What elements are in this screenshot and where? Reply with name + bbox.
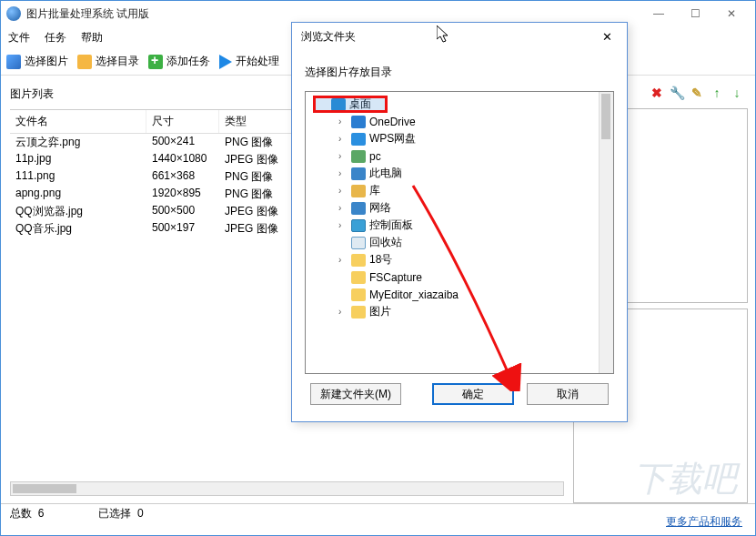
net-icon	[351, 202, 366, 215]
col-size[interactable]: 尺寸	[146, 110, 219, 133]
user-icon	[351, 150, 366, 163]
wps-icon	[351, 133, 366, 146]
col-name[interactable]: 文件名	[10, 110, 146, 133]
cancel-button[interactable]: 取消	[527, 383, 609, 405]
tree-item[interactable]: ›控制面板	[306, 217, 613, 234]
delete-icon[interactable]: ✖	[650, 86, 664, 100]
dialog-title: 浏览文件夹	[301, 29, 596, 45]
tree-item[interactable]: ›网络	[306, 199, 613, 217]
tree-item[interactable]: ›图片	[306, 303, 613, 320]
dialog-titlebar: 浏览文件夹 ✕	[292, 23, 627, 50]
fold-icon	[351, 271, 366, 284]
tree-item[interactable]: 桌面	[306, 96, 613, 113]
tree-item[interactable]: 回收站	[306, 234, 613, 251]
scroll-thumb[interactable]	[13, 484, 76, 493]
pc-icon	[351, 167, 366, 180]
tree-item[interactable]: FSCapture	[306, 268, 613, 286]
h-scrollbar[interactable]	[10, 481, 564, 496]
arrow-down-icon[interactable]: ↓	[730, 86, 744, 100]
close-button[interactable]: ✕	[713, 1, 750, 26]
arrow-up-icon[interactable]: ↑	[710, 86, 724, 100]
tree-scrollbar[interactable]	[599, 92, 613, 373]
menu-task[interactable]: 任务	[45, 30, 66, 46]
statusbar: 总数 6 已选择 0	[1, 503, 755, 523]
dialog-label: 选择图片存放目录	[305, 65, 614, 80]
tool-select-dir[interactable]: 选择目录	[77, 54, 139, 69]
maximize-button[interactable]: ☐	[677, 1, 713, 26]
footer-link[interactable]: 更多产品和服务	[666, 514, 742, 530]
tool-add-task[interactable]: 添加任务	[148, 54, 210, 69]
cloud-icon	[351, 116, 366, 128]
recycle-icon	[351, 237, 366, 249]
col-type[interactable]: 类型	[219, 110, 292, 133]
tool-start[interactable]: 开始处理	[219, 54, 279, 69]
image-icon	[6, 55, 21, 69]
wrench-icon[interactable]: 🔧	[670, 86, 684, 100]
minimize-button[interactable]: —	[640, 1, 677, 26]
menu-help[interactable]: 帮助	[81, 30, 103, 46]
fold-icon	[351, 288, 366, 301]
tree-item[interactable]: ›18号	[306, 251, 613, 268]
tree-item[interactable]: MyEditor_xiazaiba	[306, 286, 613, 303]
tree-item[interactable]: ›pc	[306, 147, 613, 165]
folder-tree[interactable]: 桌面›OneDrive›WPS网盘›pc›此电脑›库›网络›控制面板回收站›18…	[305, 91, 614, 374]
ok-button[interactable]: 确定	[432, 383, 514, 405]
dialog-close-button[interactable]: ✕	[596, 25, 618, 47]
tree-item[interactable]: ›OneDrive	[306, 113, 613, 130]
desktop-icon	[331, 98, 346, 111]
new-folder-button[interactable]: 新建文件夹(M)	[310, 383, 401, 405]
fold-icon	[351, 306, 366, 319]
tool-select-image[interactable]: 选择图片	[6, 54, 68, 69]
tree-item[interactable]: ›库	[306, 182, 613, 199]
folder-icon	[77, 55, 92, 69]
tree-item[interactable]: ›WPS网盘	[306, 130, 613, 147]
fold-icon	[351, 254, 366, 267]
app-icon	[6, 6, 21, 21]
menu-file[interactable]: 文件	[8, 30, 30, 46]
cp-icon	[351, 219, 366, 232]
plus-icon	[148, 55, 163, 69]
brush-icon[interactable]: ✎	[690, 86, 704, 100]
lib-icon	[351, 185, 366, 197]
window-title: 图片批量处理系统 试用版	[26, 6, 640, 22]
play-icon	[219, 55, 232, 69]
tree-item[interactable]: ›此电脑	[306, 165, 613, 182]
browse-folder-dialog: 浏览文件夹 ✕ 选择图片存放目录 桌面›OneDrive›WPS网盘›pc›此电…	[291, 22, 628, 422]
tree-scroll-thumb[interactable]	[601, 94, 610, 139]
